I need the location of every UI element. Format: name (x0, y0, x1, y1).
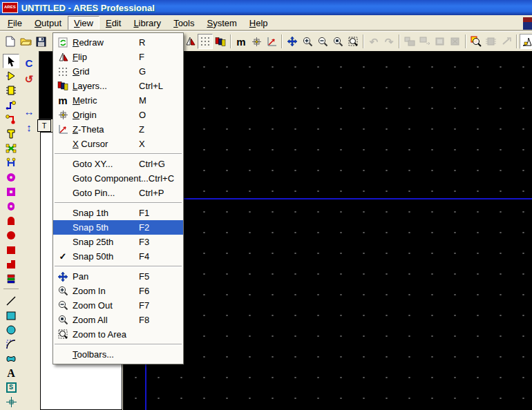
zoom-area-icon[interactable] (345, 34, 361, 49)
round-pad-icon[interactable] (3, 170, 19, 184)
auto-router-icon[interactable] (520, 34, 532, 49)
check-icon: ✓ (55, 251, 71, 262)
block-copy-icon[interactable] (402, 34, 417, 49)
layers-icon[interactable] (213, 34, 228, 49)
menu-system[interactable]: System (200, 16, 243, 31)
menu-item-zoom-out[interactable]: Zoom OutF7 (53, 298, 183, 313)
zoom-out-icon[interactable] (315, 34, 330, 49)
symbol-icon[interactable]: S (3, 380, 19, 395)
menu-item-z-theta[interactable]: Z-ThetaZ (53, 122, 183, 137)
menu-item-pan[interactable]: PanF5 (53, 269, 183, 284)
ztheta-icon[interactable] (264, 34, 279, 49)
menu-library[interactable]: Library (127, 16, 167, 31)
package-icon[interactable] (3, 83, 19, 97)
zoom-in-icon[interactable] (300, 34, 315, 49)
line-icon[interactable] (3, 293, 19, 308)
menu-item-metric[interactable]: mMetricM (53, 93, 183, 108)
menu-edit[interactable]: Edit (99, 16, 127, 31)
menu-item-flip[interactable]: FlipF (53, 50, 183, 64)
ratsnest-icon[interactable] (3, 112, 19, 126)
redo-icon[interactable]: ↷ (381, 34, 397, 49)
selector-toggle-button[interactable]: T (37, 119, 51, 132)
flip-horizontal-icon[interactable]: ↔ (22, 104, 36, 119)
menu-view[interactable]: View (68, 16, 99, 31)
save-file-icon[interactable] (33, 34, 48, 49)
pin-icon[interactable] (3, 126, 19, 141)
menu-item-label: Redraw (71, 37, 104, 48)
block-rotate-icon[interactable] (433, 34, 448, 49)
pick-parts-icon[interactable] (468, 34, 484, 49)
marker-icon[interactable] (3, 395, 19, 409)
rotate-ccw-icon[interactable]: ↺ (22, 71, 36, 87)
menu-tools[interactable]: Tools (167, 16, 200, 31)
menu-item-toolbars[interactable]: Toolbars... (53, 347, 183, 362)
polygon-pad-icon[interactable] (3, 257, 19, 271)
open-folder-icon[interactable] (18, 34, 33, 49)
menu-item-goto-pin[interactable]: Goto Pin...Ctrl+P (53, 186, 183, 200)
menu-item-goto-xy[interactable]: Goto XY...Ctrl+G (53, 157, 183, 171)
metric-icon[interactable]: m (234, 34, 249, 49)
selection-arrow-icon[interactable] (3, 54, 19, 68)
menu-item-grid[interactable]: GridG (53, 64, 183, 79)
menu-separator (55, 344, 182, 345)
box-icon[interactable] (3, 308, 19, 322)
menu-item-zoom-to-area[interactable]: Zoom to Area (53, 327, 183, 342)
origin-icon[interactable] (249, 34, 264, 49)
toolbar-separator (228, 35, 234, 48)
new-file-icon[interactable] (3, 34, 18, 49)
menu-item-shortcut: Ctrl+P (139, 188, 182, 198)
flip-vertical-icon[interactable]: ↕ (22, 119, 36, 135)
text-icon[interactable]: A (3, 366, 19, 380)
path-icon[interactable] (3, 351, 19, 366)
menu-item-label: Toolbars... (71, 349, 114, 360)
menu-item-x-cursor[interactable]: X CursorX (53, 137, 183, 151)
menu-item-redraw[interactable]: RedrawR (53, 35, 183, 50)
circle-pad-icon[interactable] (3, 228, 19, 242)
background-window-fragment-blue (523, 22, 532, 31)
menu-item-layers[interactable]: Layers...Ctrl+L (53, 79, 183, 93)
mode-toolbar: AS (1, 54, 21, 409)
ares-logo-icon: ARES (2, 2, 18, 13)
pan-icon[interactable] (285, 34, 300, 49)
square-pad-icon[interactable] (3, 184, 19, 199)
menu-item-label: Flip (71, 52, 87, 62)
layout-canvas[interactable] (123, 51, 532, 410)
menu-item-zoom-all[interactable]: Zoom AllF8 (53, 313, 183, 327)
circle-icon[interactable] (3, 322, 19, 337)
dil-pad-icon[interactable] (3, 199, 19, 213)
menu-item-goto-component[interactable]: Goto Component...Ctrl+C (53, 171, 183, 186)
make-package-icon[interactable] (484, 34, 499, 49)
padstack-icon[interactable] (3, 271, 19, 286)
menu-item-snap-5th[interactable]: Snap 5thF2 (53, 220, 183, 235)
undo-icon[interactable]: ↶ (366, 34, 381, 49)
menu-help[interactable]: Help (243, 16, 274, 31)
block-move-icon[interactable] (417, 34, 433, 49)
menu-item-snap-50th[interactable]: ✓Snap 50thF4 (53, 249, 183, 264)
edge-pad-icon[interactable] (3, 213, 19, 228)
highlight-icon[interactable] (3, 155, 19, 170)
menu-file[interactable]: File (1, 16, 28, 31)
zoom-all-icon[interactable] (330, 34, 345, 49)
rect-pad-icon[interactable] (3, 242, 19, 257)
background-window-fragment-red (523, 17, 532, 22)
menu-item-snap-1th[interactable]: Snap 1thF1 (53, 206, 183, 220)
menu-item-shortcut: F (139, 52, 182, 62)
menu-item-origin[interactable]: OriginO (53, 108, 183, 122)
zone-icon[interactable] (3, 141, 19, 155)
menu-item-snap-25th[interactable]: Snap 25thF3 (53, 235, 183, 249)
flip-icon[interactable] (182, 34, 198, 49)
component-icon[interactable] (3, 68, 19, 83)
menu-item-label: Goto XY... (71, 159, 113, 169)
grid-icon[interactable] (198, 34, 213, 49)
template-icon[interactable] (499, 34, 514, 49)
menu-item-zoom-in[interactable]: Zoom InF6 (53, 284, 183, 298)
arc-icon[interactable] (3, 337, 19, 351)
title-bar: ARES UNTITLED - ARES Professional (0, 0, 532, 15)
track-icon[interactable] (3, 97, 19, 112)
zoom-all-icon (55, 315, 71, 325)
menu-item-shortcut: F5 (139, 271, 182, 282)
block-delete-icon[interactable] (448, 34, 463, 49)
redraw-icon (55, 37, 71, 48)
rotate-cw-icon[interactable]: C (22, 55, 36, 71)
menu-output[interactable]: Output (28, 16, 68, 31)
